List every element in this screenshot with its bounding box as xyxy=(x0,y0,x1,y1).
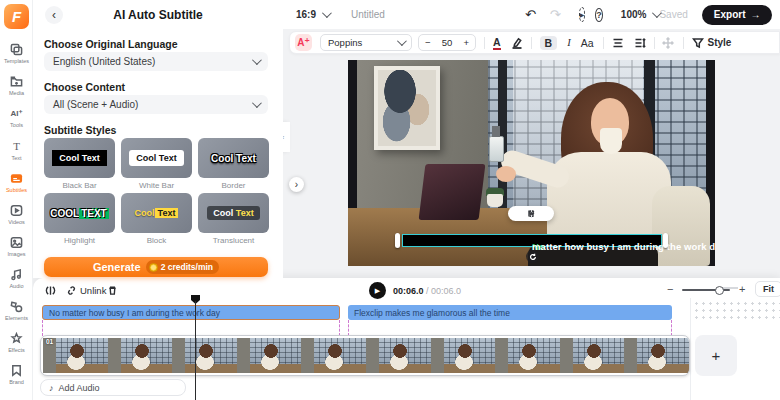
timeline-zoom-out[interactable]: − xyxy=(667,283,673,295)
export-button[interactable]: Export → xyxy=(702,5,773,25)
unlink-label: Unlink xyxy=(80,285,106,296)
delete-button[interactable] xyxy=(107,285,118,296)
text-format-toolbar: A⁺ Poppins − 50 + A B I Aa xyxy=(289,31,780,54)
clip-thumbnail xyxy=(560,338,625,373)
style-white-bar[interactable]: Cool Text xyxy=(121,138,192,178)
clip-thumbnail xyxy=(624,338,689,373)
split-button[interactable] xyxy=(45,285,56,296)
text-align-button[interactable] xyxy=(612,37,624,49)
language-value: English (United States) xyxy=(53,56,155,67)
divider xyxy=(654,37,655,49)
highlight-color-button[interactable] xyxy=(511,37,523,49)
snap-to-edge-icon[interactable] xyxy=(527,209,536,218)
content-select[interactable]: All (Scene + Audio) xyxy=(44,95,268,114)
style-sample: Cool xyxy=(135,208,155,218)
effects-icon xyxy=(10,332,23,345)
subtitle-resize-handle-left[interactable] xyxy=(395,233,400,248)
style-name: Black Bar xyxy=(44,181,115,190)
italic-button[interactable]: I xyxy=(567,37,571,48)
video-clip-track[interactable] xyxy=(40,335,690,376)
styles-next-icon[interactable]: › xyxy=(289,177,304,192)
subtitle-resize-handle-right[interactable] xyxy=(663,233,668,248)
sidebar-item-tools[interactable]: AI⁺ Tools xyxy=(0,102,33,132)
video-subtitle-overlay[interactable]: No matter how busy I am during the work … xyxy=(402,234,662,247)
sidebar-item-templates[interactable]: Templates xyxy=(0,38,33,68)
text-icon: T xyxy=(10,140,23,153)
clip-number-badge: 01 xyxy=(46,338,53,345)
sidebar-item-elements[interactable]: Elements xyxy=(0,295,33,325)
subtitle-clip-2[interactable]: Flexclip makes me glamorous all the time xyxy=(348,305,672,320)
media-icon xyxy=(10,75,23,88)
font-size-decrease[interactable]: − xyxy=(425,37,431,48)
timeline-zoom-slider[interactable] xyxy=(682,289,730,291)
elements-icon xyxy=(10,300,23,313)
video-preview[interactable]: No matter how busy I am during the work … xyxy=(348,60,715,266)
timeline-play-button[interactable]: ▶ xyxy=(369,282,386,299)
saved-status: Saved xyxy=(659,9,687,20)
line-spacing-button[interactable] xyxy=(634,37,646,49)
text-case-button[interactable]: Aa xyxy=(581,37,594,49)
unlink-button[interactable]: Unlink xyxy=(66,285,106,296)
timeline-zoom-in[interactable]: + xyxy=(739,283,745,295)
images-icon xyxy=(10,236,23,249)
perfume-bottle xyxy=(489,136,504,162)
help-icon[interactable]: ? xyxy=(595,8,603,22)
sidebar-item-subtitles[interactable]: Subtitles xyxy=(0,167,33,197)
add-audio-button[interactable]: ♪ Add Audio xyxy=(40,379,186,396)
sidebar-item-text[interactable]: T Text xyxy=(0,135,33,165)
font-size-value[interactable]: 50 xyxy=(442,37,453,48)
style-translucent[interactable]: Cool Text xyxy=(198,193,269,233)
clip-thumbnail xyxy=(301,338,366,373)
audio-label: Audio xyxy=(9,283,23,289)
chevron-down-icon xyxy=(252,98,262,108)
zoom-level-select[interactable]: 100% xyxy=(621,9,660,20)
perfume-cap xyxy=(492,126,500,137)
panel-title: AI Auto Subtitle xyxy=(33,8,283,22)
redo-icon[interactable]: ↷ xyxy=(550,7,561,22)
position-button[interactable] xyxy=(662,37,674,49)
back-icon[interactable]: ‹ xyxy=(45,6,63,24)
ai-text-icon[interactable]: A⁺ xyxy=(295,34,312,51)
style-sample: TEXT xyxy=(79,208,109,219)
font-size-increase[interactable]: + xyxy=(463,37,469,48)
timeline-separator xyxy=(690,298,691,400)
aspect-ratio-select[interactable]: 16:9 xyxy=(296,9,329,20)
sidebar-item-effects[interactable]: Effects xyxy=(0,327,33,357)
language-select[interactable]: English (United States) xyxy=(44,52,268,71)
style-button[interactable]: Style xyxy=(692,37,732,49)
font-family-select[interactable]: Poppins xyxy=(320,34,412,51)
chevron-down-icon xyxy=(322,8,332,18)
link-guide xyxy=(348,320,349,336)
wall-art-frame xyxy=(374,66,440,150)
undo-icon[interactable]: ↶ xyxy=(525,7,536,22)
brand-label: Brand xyxy=(9,379,24,385)
fit-button[interactable]: Fit xyxy=(755,281,780,297)
sidebar-item-videos[interactable]: Videos xyxy=(0,199,33,229)
playhead[interactable] xyxy=(191,295,200,400)
add-clip-button[interactable]: + xyxy=(695,335,737,376)
style-black-bar[interactable]: Cool Text xyxy=(44,138,115,178)
sidebar-item-media[interactable]: Media xyxy=(0,70,33,100)
style-block[interactable]: Cool Text xyxy=(121,193,192,233)
rotate-handle-icon[interactable] xyxy=(526,250,539,263)
project-title-input[interactable]: Untitled xyxy=(351,9,385,20)
trash-icon xyxy=(107,285,118,296)
slider-knob[interactable] xyxy=(715,286,724,295)
style-name: Border xyxy=(198,181,269,190)
font-color-button[interactable]: A xyxy=(493,36,501,50)
sidebar-item-audio[interactable]: Audio xyxy=(0,263,33,293)
timeline-panel: Unlink ▶ 00:06.0 / 00:06.0 − + Fit No ma… xyxy=(33,278,780,400)
templates-icon xyxy=(10,43,23,56)
flexclip-logo[interactable]: F xyxy=(4,4,29,29)
audio-icon xyxy=(10,268,23,281)
sidebar-item-images[interactable]: Images xyxy=(0,231,33,261)
bold-button[interactable]: B xyxy=(540,36,558,50)
preview-play-icon[interactable]: ▶ xyxy=(579,7,586,22)
sidebar-item-brand[interactable]: Brand xyxy=(0,359,33,389)
text-label: Text xyxy=(11,155,21,161)
style-highlight[interactable]: COOL TEXT xyxy=(44,193,115,233)
zoom-level-value: 100% xyxy=(621,9,647,20)
export-label: Export xyxy=(714,9,746,20)
generate-button[interactable]: Generate 2 credits/min xyxy=(44,257,268,277)
style-border[interactable]: Cool Text xyxy=(198,138,269,178)
